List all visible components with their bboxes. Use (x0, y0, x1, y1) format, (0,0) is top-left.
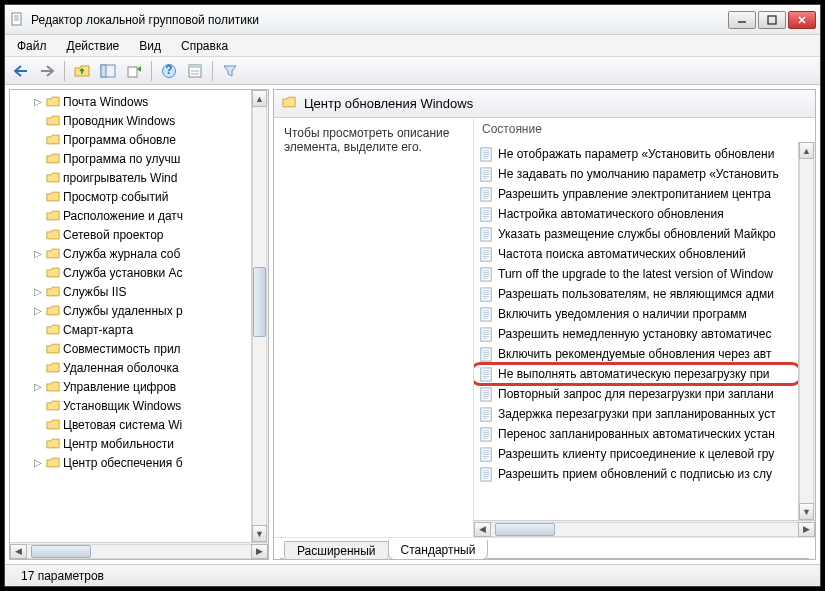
policy-item[interactable]: Разрешить прием обновлений с подписью из… (474, 464, 798, 484)
policy-item[interactable]: Включить рекомендуемые обновления через … (474, 344, 798, 364)
close-button[interactable] (788, 11, 816, 29)
scroll-up-icon[interactable]: ▲ (252, 90, 267, 107)
svg-text:?: ? (165, 63, 172, 77)
menu-file[interactable]: Файл (9, 37, 55, 55)
tree-horizontal-scrollbar[interactable]: ◀ ▶ (10, 542, 268, 559)
policy-item[interactable]: Разрешать пользователям, не являющимся а… (474, 284, 798, 304)
policy-item[interactable]: Не выполнять автоматическую перезагрузку… (474, 364, 798, 384)
folder-icon (46, 152, 60, 165)
policy-item[interactable]: Разрешить немедленную установку автомати… (474, 324, 798, 344)
tree-item[interactable]: ▷Служба журнала соб (10, 244, 251, 263)
tree-view[interactable]: ▷Почта WindowsПроводник WindowsПрограмма… (10, 90, 251, 474)
policy-item[interactable]: Настройка автоматического обновления (474, 204, 798, 224)
tree-item[interactable]: Сетевой проектор (10, 225, 251, 244)
tab-extended[interactable]: Расширенный (284, 541, 389, 560)
up-folder-button[interactable] (70, 60, 94, 82)
policy-item-label: Частота поиска автоматических обновлений (498, 247, 746, 261)
status-bar: 17 параметров (5, 564, 820, 586)
tree-item[interactable]: Расположение и датч (10, 206, 251, 225)
tree-item-label: Просмотр событий (63, 190, 168, 204)
scroll-right-icon[interactable]: ▶ (798, 522, 815, 537)
view-tabs: Расширенный Стандартный (274, 537, 815, 559)
menu-help[interactable]: Справка (173, 37, 236, 55)
tree-item[interactable]: Программа обновле (10, 130, 251, 149)
forward-button[interactable] (35, 60, 59, 82)
list-vertical-scrollbar[interactable]: ▲ ▼ (798, 142, 815, 520)
toolbar-separator (212, 61, 213, 81)
tree-item[interactable]: проигрыватель Wind (10, 168, 251, 187)
window-buttons (728, 11, 816, 29)
policy-item[interactable]: Разрешить клиенту присоединение к целево… (474, 444, 798, 464)
export-button[interactable] (122, 60, 146, 82)
expand-icon[interactable]: ▷ (32, 96, 43, 107)
back-button[interactable] (9, 60, 33, 82)
policy-item[interactable]: Включить уведомления о наличии программ (474, 304, 798, 324)
expand-icon[interactable]: ▷ (32, 305, 43, 316)
tree-item[interactable]: Программа по улучш (10, 149, 251, 168)
tree-item[interactable]: ▷Службы удаленных р (10, 301, 251, 320)
tree-item-label: проигрыватель Wind (63, 171, 177, 185)
tree-item[interactable]: ▷Почта Windows (10, 92, 251, 111)
status-count: 17 параметров (13, 569, 112, 583)
tree-item[interactable]: Совместимость прил (10, 339, 251, 358)
tree-item[interactable]: ▷Центр обеспечения б (10, 453, 251, 472)
policy-item[interactable]: Не задавать по умолчанию параметр «Устан… (474, 164, 798, 184)
policy-icon (478, 386, 494, 402)
policy-item[interactable]: Задержка перезагрузки при запланированны… (474, 404, 798, 424)
toolbar-separator (151, 61, 152, 81)
scroll-left-icon[interactable]: ◀ (474, 522, 491, 537)
policy-list[interactable]: Не отображать параметр «Установить обнов… (474, 142, 798, 520)
maximize-button[interactable] (758, 11, 786, 29)
expand-icon[interactable]: ▷ (32, 381, 43, 392)
tree-item[interactable]: Просмотр событий (10, 187, 251, 206)
tree-item-label: Сетевой проектор (63, 228, 164, 242)
scroll-up-icon[interactable]: ▲ (799, 142, 814, 159)
tab-standard[interactable]: Стандартный (388, 540, 489, 560)
tree-item[interactable]: Цветовая система Wi (10, 415, 251, 434)
expand-icon[interactable]: ▷ (32, 286, 43, 297)
tree-item[interactable]: Служба установки Ac (10, 263, 251, 282)
title-bar: Редактор локальной групповой политики (5, 5, 820, 35)
scroll-down-icon[interactable]: ▼ (252, 525, 267, 542)
folder-icon (46, 399, 60, 412)
scroll-down-icon[interactable]: ▼ (799, 503, 814, 520)
list-column-header[interactable]: Состояние (474, 118, 815, 142)
policy-item[interactable]: Повторный запрос для перезагрузки при за… (474, 384, 798, 404)
scroll-left-icon[interactable]: ◀ (10, 544, 27, 559)
tree-vertical-scrollbar[interactable]: ▲ ▼ (251, 90, 268, 542)
policy-item[interactable]: Частота поиска автоматических обновлений (474, 244, 798, 264)
policy-icon (478, 266, 494, 282)
expand-icon[interactable]: ▷ (32, 457, 43, 468)
folder-icon (46, 171, 60, 184)
tree-item[interactable]: Смарт-карта (10, 320, 251, 339)
policy-item[interactable]: Перенос запланированных автоматических у… (474, 424, 798, 444)
scroll-right-icon[interactable]: ▶ (251, 544, 268, 559)
tree-item-label: Центр обеспечения б (63, 456, 183, 470)
expand-icon[interactable]: ▷ (32, 248, 43, 259)
tree-item[interactable]: Проводник Windows (10, 111, 251, 130)
list-horizontal-scrollbar[interactable]: ◀ ▶ (474, 520, 815, 537)
tree-item[interactable]: Установщик Windows (10, 396, 251, 415)
filter-button[interactable] (218, 60, 242, 82)
properties-button[interactable] (183, 60, 207, 82)
policy-item[interactable]: Не отображать параметр «Установить обнов… (474, 144, 798, 164)
policy-item-label: Включить рекомендуемые обновления через … (498, 347, 771, 361)
policy-item[interactable]: Turn off the upgrade to the latest versi… (474, 264, 798, 284)
tree-item[interactable]: ▷Службы IIS (10, 282, 251, 301)
tree-item-label: Службы удаленных р (63, 304, 183, 318)
help-button[interactable]: ? (157, 60, 181, 82)
menu-action[interactable]: Действие (59, 37, 128, 55)
minimize-button[interactable] (728, 11, 756, 29)
policy-item[interactable]: Указать размещение службы обновлений Май… (474, 224, 798, 244)
policy-icon (478, 326, 494, 342)
tree-item[interactable]: ▷Управление цифров (10, 377, 251, 396)
tree-item-label: Программа обновле (63, 133, 176, 147)
show-hide-tree-button[interactable] (96, 60, 120, 82)
policy-item[interactable]: Разрешить управление электропитанием цен… (474, 184, 798, 204)
tree-item-label: Управление цифров (63, 380, 176, 394)
tree-item[interactable]: Удаленная оболочка (10, 358, 251, 377)
tree-item[interactable]: Центр мобильности (10, 434, 251, 453)
menu-view[interactable]: Вид (131, 37, 169, 55)
policy-item-label: Не задавать по умолчанию параметр «Устан… (498, 167, 779, 181)
svg-rect-10 (128, 67, 137, 77)
